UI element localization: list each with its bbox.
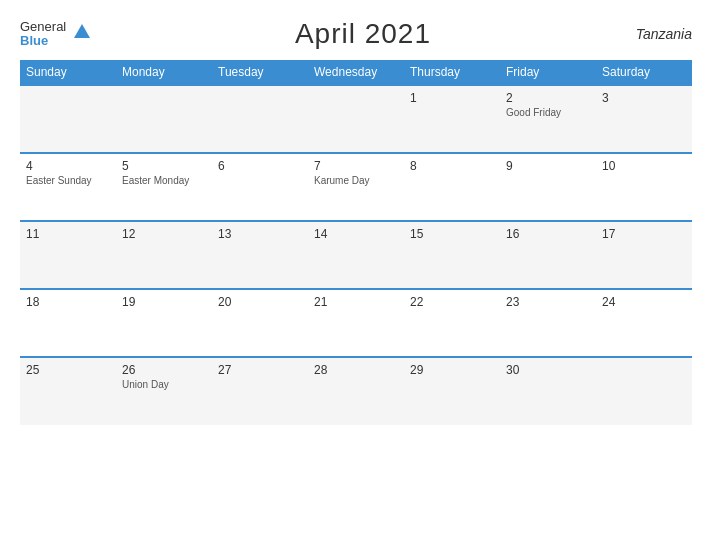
day-number: 3 [602, 91, 686, 105]
day-number: 28 [314, 363, 398, 377]
calendar-cell: 16 [500, 221, 596, 289]
calendar-cell: 2Good Friday [500, 85, 596, 153]
day-number: 2 [506, 91, 590, 105]
calendar-cell: 29 [404, 357, 500, 425]
day-number: 19 [122, 295, 206, 309]
calendar-cell: 15 [404, 221, 500, 289]
day-number: 11 [26, 227, 110, 241]
day-number: 21 [314, 295, 398, 309]
day-number: 8 [410, 159, 494, 173]
calendar-week-row: 12Good Friday3 [20, 85, 692, 153]
col-monday: Monday [116, 60, 212, 85]
day-number: 13 [218, 227, 302, 241]
day-number: 27 [218, 363, 302, 377]
calendar-header-row: Sunday Monday Tuesday Wednesday Thursday… [20, 60, 692, 85]
calendar-cell: 4Easter Sunday [20, 153, 116, 221]
calendar-cell [20, 85, 116, 153]
holiday-label: Good Friday [506, 107, 590, 118]
calendar-cell: 27 [212, 357, 308, 425]
day-number: 1 [410, 91, 494, 105]
country-label: Tanzania [636, 26, 692, 42]
day-number: 25 [26, 363, 110, 377]
calendar-week-row: 2526Union Day27282930 [20, 357, 692, 425]
calendar-cell: 13 [212, 221, 308, 289]
calendar-cell: 18 [20, 289, 116, 357]
calendar-cell: 19 [116, 289, 212, 357]
day-number: 23 [506, 295, 590, 309]
day-number: 18 [26, 295, 110, 309]
page: General Blue April 2021 Tanzania Sunday … [0, 0, 712, 550]
day-number: 26 [122, 363, 206, 377]
logo-triangle-icon [74, 24, 90, 38]
month-title: April 2021 [295, 18, 431, 50]
calendar-cell: 24 [596, 289, 692, 357]
day-number: 29 [410, 363, 494, 377]
calendar-cell [596, 357, 692, 425]
day-number: 4 [26, 159, 110, 173]
day-number: 16 [506, 227, 590, 241]
calendar-cell: 5Easter Monday [116, 153, 212, 221]
day-number: 15 [410, 227, 494, 241]
col-wednesday: Wednesday [308, 60, 404, 85]
calendar-table: Sunday Monday Tuesday Wednesday Thursday… [20, 60, 692, 425]
calendar-cell: 22 [404, 289, 500, 357]
holiday-label: Karume Day [314, 175, 398, 186]
calendar-cell: 1 [404, 85, 500, 153]
logo: General Blue [20, 20, 90, 49]
col-friday: Friday [500, 60, 596, 85]
holiday-label: Easter Monday [122, 175, 206, 186]
calendar-cell: 7Karume Day [308, 153, 404, 221]
day-number: 7 [314, 159, 398, 173]
calendar-cell: 8 [404, 153, 500, 221]
day-number: 17 [602, 227, 686, 241]
header: General Blue April 2021 Tanzania [20, 18, 692, 50]
holiday-label: Union Day [122, 379, 206, 390]
calendar-cell: 10 [596, 153, 692, 221]
calendar-cell: 25 [20, 357, 116, 425]
col-saturday: Saturday [596, 60, 692, 85]
calendar-cell: 26Union Day [116, 357, 212, 425]
calendar-cell: 17 [596, 221, 692, 289]
calendar-week-row: 11121314151617 [20, 221, 692, 289]
calendar-cell: 28 [308, 357, 404, 425]
day-number: 20 [218, 295, 302, 309]
calendar-cell: 12 [116, 221, 212, 289]
day-number: 12 [122, 227, 206, 241]
calendar-cell [308, 85, 404, 153]
calendar-cell: 11 [20, 221, 116, 289]
day-number: 6 [218, 159, 302, 173]
day-number: 24 [602, 295, 686, 309]
calendar-cell: 23 [500, 289, 596, 357]
day-number: 9 [506, 159, 590, 173]
day-number: 5 [122, 159, 206, 173]
day-number: 22 [410, 295, 494, 309]
day-number: 10 [602, 159, 686, 173]
col-thursday: Thursday [404, 60, 500, 85]
calendar-cell: 30 [500, 357, 596, 425]
calendar-cell [116, 85, 212, 153]
day-number: 30 [506, 363, 590, 377]
calendar-cell: 14 [308, 221, 404, 289]
calendar-cell: 20 [212, 289, 308, 357]
calendar-week-row: 18192021222324 [20, 289, 692, 357]
day-number: 14 [314, 227, 398, 241]
calendar-cell: 21 [308, 289, 404, 357]
logo-text: General Blue [20, 20, 66, 49]
col-tuesday: Tuesday [212, 60, 308, 85]
calendar-cell [212, 85, 308, 153]
calendar-cell: 6 [212, 153, 308, 221]
calendar-cell: 3 [596, 85, 692, 153]
calendar-week-row: 4Easter Sunday5Easter Monday67Karume Day… [20, 153, 692, 221]
col-sunday: Sunday [20, 60, 116, 85]
holiday-label: Easter Sunday [26, 175, 110, 186]
calendar-cell: 9 [500, 153, 596, 221]
